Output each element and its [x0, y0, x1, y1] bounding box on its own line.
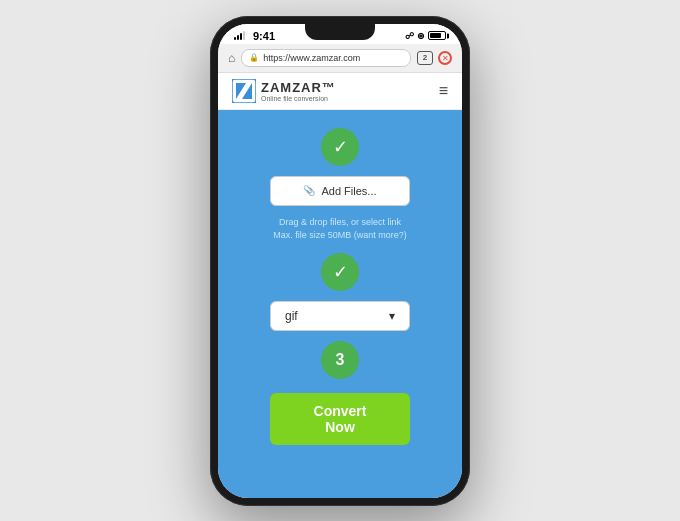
convert-now-button[interactable]: Convert Now	[270, 393, 410, 445]
tab-count[interactable]: 2	[417, 51, 433, 65]
zamzar-text-block: ZAMZAR™ Online file conversion	[261, 80, 336, 102]
zamzar-subtitle: Online file conversion	[261, 95, 336, 102]
step1-checkmark: ✓	[333, 136, 348, 158]
status-bar: 9:41 ☍ ⊛	[218, 24, 462, 44]
battery-icon	[428, 31, 446, 40]
nav-bar: ZAMZAR™ Online file conversion ≡	[218, 73, 462, 110]
home-icon[interactable]: ⌂	[228, 51, 235, 65]
step2-check: ✓	[321, 253, 359, 291]
signal-bar-1	[234, 37, 236, 40]
add-files-label: Add Files...	[321, 185, 376, 197]
stop-icon[interactable]	[438, 51, 452, 65]
lock-icon: 🔒	[249, 53, 259, 62]
zamzar-logo: ZAMZAR™ Online file conversion	[232, 79, 336, 103]
hint-text: Drag & drop files, or select link Max. f…	[273, 216, 407, 243]
convert-label: Convert Now	[314, 403, 367, 435]
time-display: 9:41	[253, 30, 275, 42]
phone-screen: 9:41 ☍ ⊛ ⌂ 🔒 https://www.zamzar.com 2	[218, 24, 462, 498]
step2-checkmark: ✓	[333, 261, 348, 283]
url-bar[interactable]: 🔒 https://www.zamzar.com	[241, 49, 411, 67]
hint-line1: Drag & drop files, or select link	[273, 216, 407, 230]
step1-check: ✓	[321, 128, 359, 166]
hint-line2: Max. file size 50MB (want more?)	[273, 229, 407, 243]
dropdown-arrow-icon: ▾	[389, 309, 395, 323]
wifi-icon: ⊛	[417, 31, 425, 41]
signal-bar-4	[243, 31, 245, 40]
signal-bar-2	[237, 35, 239, 40]
status-left: 9:41	[234, 30, 275, 42]
bluetooth-icon: ☍	[405, 31, 414, 41]
zamzar-icon	[232, 79, 256, 103]
browser-bar: ⌂ 🔒 https://www.zamzar.com 2	[218, 44, 462, 73]
add-files-button[interactable]: 📎 Add Files...	[270, 176, 410, 206]
url-text: https://www.zamzar.com	[263, 53, 360, 63]
hamburger-icon[interactable]: ≡	[439, 82, 448, 100]
signal-bars	[234, 31, 245, 40]
step3-number: 3	[321, 341, 359, 379]
format-dropdown[interactable]: gif ▾	[270, 301, 410, 331]
format-selected: gif	[285, 309, 298, 323]
svg-rect-0	[232, 79, 256, 103]
browser-right: 2	[417, 51, 452, 65]
step3-digit: 3	[336, 351, 345, 369]
main-content: ✓ 📎 Add Files... Drag & drop files, or s…	[218, 110, 462, 498]
phone-frame: 9:41 ☍ ⊛ ⌂ 🔒 https://www.zamzar.com 2	[210, 16, 470, 506]
signal-bar-3	[240, 33, 242, 40]
notch	[305, 24, 375, 40]
upload-icon: 📎	[303, 185, 315, 196]
zamzar-name: ZAMZAR™	[261, 80, 336, 95]
status-right: ☍ ⊛	[405, 31, 446, 41]
